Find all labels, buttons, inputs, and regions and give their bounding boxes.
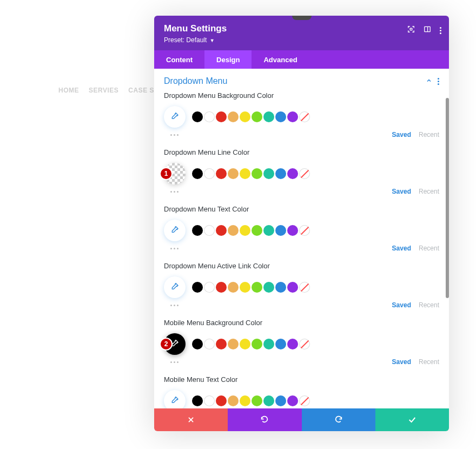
- modal-title: Menu Settings: [164, 23, 439, 34]
- color-swatch[interactable]: [263, 395, 274, 406]
- section-header-dropdown-menu[interactable]: Dropdown Menu: [164, 76, 439, 86]
- color-swatch[interactable]: [216, 395, 227, 406]
- expand-icon[interactable]: [407, 25, 415, 35]
- section-kebab-icon[interactable]: [438, 78, 439, 85]
- color-swatch[interactable]: [192, 339, 203, 349]
- color-swatch[interactable]: [263, 339, 274, 349]
- color-swatch[interactable]: [275, 282, 286, 293]
- panel-icon[interactable]: [424, 25, 431, 35]
- recent-tab[interactable]: Recent: [419, 301, 439, 309]
- color-picker-button[interactable]: [164, 106, 186, 128]
- color-swatch[interactable]: [228, 395, 239, 406]
- saved-tab[interactable]: Saved: [392, 301, 411, 309]
- recent-tab[interactable]: Recent: [419, 358, 439, 366]
- modal-drag-handle[interactable]: [292, 16, 312, 20]
- color-swatch[interactable]: [228, 225, 239, 236]
- color-swatch[interactable]: [240, 168, 250, 179]
- more-options-icon[interactable]: [170, 361, 178, 363]
- color-swatch[interactable]: [275, 225, 286, 236]
- color-picker-button[interactable]: [164, 220, 186, 241]
- color-swatch[interactable]: [216, 339, 227, 349]
- scrollbar-thumb[interactable]: [446, 98, 449, 298]
- color-swatch[interactable]: [204, 395, 215, 406]
- color-swatch[interactable]: [204, 282, 215, 293]
- color-swatch[interactable]: [216, 282, 227, 293]
- color-option: Dropdown Menu Text ColorSavedRecent: [164, 205, 439, 252]
- color-swatch[interactable]: [240, 111, 250, 122]
- color-swatch[interactable]: [275, 339, 286, 349]
- more-options-icon[interactable]: [170, 191, 178, 193]
- color-swatch-none[interactable]: [299, 339, 310, 349]
- color-swatch[interactable]: [275, 168, 286, 179]
- color-swatch[interactable]: [228, 111, 239, 122]
- color-swatch[interactable]: [216, 225, 227, 236]
- color-swatch[interactable]: [192, 282, 203, 293]
- tab-design[interactable]: Design: [204, 50, 252, 69]
- color-picker-button[interactable]: [164, 390, 186, 408]
- color-swatch[interactable]: [192, 225, 203, 236]
- color-picker-button[interactable]: [164, 276, 186, 298]
- kebab-menu-icon[interactable]: [440, 27, 441, 34]
- saved-tab[interactable]: Saved: [392, 358, 411, 366]
- color-swatch[interactable]: [204, 225, 215, 236]
- color-swatch[interactable]: [240, 225, 250, 236]
- option-label: Dropdown Menu Line Color: [164, 148, 439, 156]
- color-swatch[interactable]: [252, 395, 262, 406]
- tab-advanced[interactable]: Advanced: [252, 50, 309, 69]
- color-swatch[interactable]: [240, 282, 250, 293]
- color-swatch[interactable]: [252, 282, 262, 293]
- color-swatch[interactable]: [263, 168, 274, 179]
- color-swatch[interactable]: [252, 111, 262, 122]
- color-swatch[interactable]: [192, 168, 203, 179]
- color-swatch[interactable]: [192, 111, 203, 122]
- color-swatch[interactable]: [287, 111, 298, 122]
- chevron-up-icon[interactable]: [426, 76, 432, 86]
- color-swatch[interactable]: [204, 168, 215, 179]
- more-options-icon[interactable]: [170, 134, 178, 136]
- saved-tab[interactable]: Saved: [392, 131, 411, 138]
- svg-rect-0: [410, 28, 412, 30]
- color-swatch[interactable]: [275, 111, 286, 122]
- saved-tab[interactable]: Saved: [392, 188, 411, 195]
- color-swatch-none[interactable]: [299, 225, 310, 236]
- undo-button[interactable]: [228, 408, 301, 431]
- color-swatch[interactable]: [275, 395, 286, 406]
- modal-body: Dropdown Menu Dropdown Menu Background C…: [154, 69, 449, 408]
- color-swatch-none[interactable]: [299, 111, 310, 122]
- color-swatch[interactable]: [252, 339, 262, 349]
- color-swatch[interactable]: [287, 339, 298, 349]
- saved-tab[interactable]: Saved: [392, 245, 411, 252]
- color-swatch-none[interactable]: [299, 282, 310, 293]
- more-options-icon[interactable]: [170, 248, 178, 249]
- cancel-button[interactable]: [154, 408, 228, 431]
- color-swatch-none[interactable]: [299, 168, 310, 179]
- color-swatch[interactable]: [287, 395, 298, 406]
- color-swatch[interactable]: [228, 168, 239, 179]
- color-swatch[interactable]: [240, 395, 250, 406]
- color-swatch[interactable]: [204, 339, 215, 349]
- more-options-icon[interactable]: [170, 305, 178, 306]
- color-swatch[interactable]: [263, 111, 274, 122]
- color-swatch[interactable]: [252, 168, 262, 179]
- color-swatch[interactable]: [216, 111, 227, 122]
- color-swatch[interactable]: [263, 225, 274, 236]
- recent-tab[interactable]: Recent: [419, 188, 439, 195]
- redo-button[interactable]: [302, 408, 375, 431]
- color-swatch[interactable]: [287, 168, 298, 179]
- preset-selector[interactable]: Preset: Default ▼: [164, 36, 439, 44]
- color-swatch[interactable]: [252, 225, 262, 236]
- recent-tab[interactable]: Recent: [419, 245, 439, 252]
- color-swatch[interactable]: [287, 225, 298, 236]
- color-swatch[interactable]: [263, 282, 274, 293]
- color-swatch[interactable]: [204, 111, 215, 122]
- color-swatch[interactable]: [240, 339, 250, 349]
- recent-tab[interactable]: Recent: [419, 131, 439, 138]
- color-swatch[interactable]: [192, 395, 203, 406]
- color-swatch[interactable]: [216, 168, 227, 179]
- color-swatch-none[interactable]: [299, 395, 310, 406]
- color-swatch[interactable]: [228, 282, 239, 293]
- color-swatch[interactable]: [287, 282, 298, 293]
- color-swatch[interactable]: [228, 339, 239, 349]
- save-button[interactable]: [375, 408, 449, 431]
- tab-content[interactable]: Content: [154, 50, 204, 69]
